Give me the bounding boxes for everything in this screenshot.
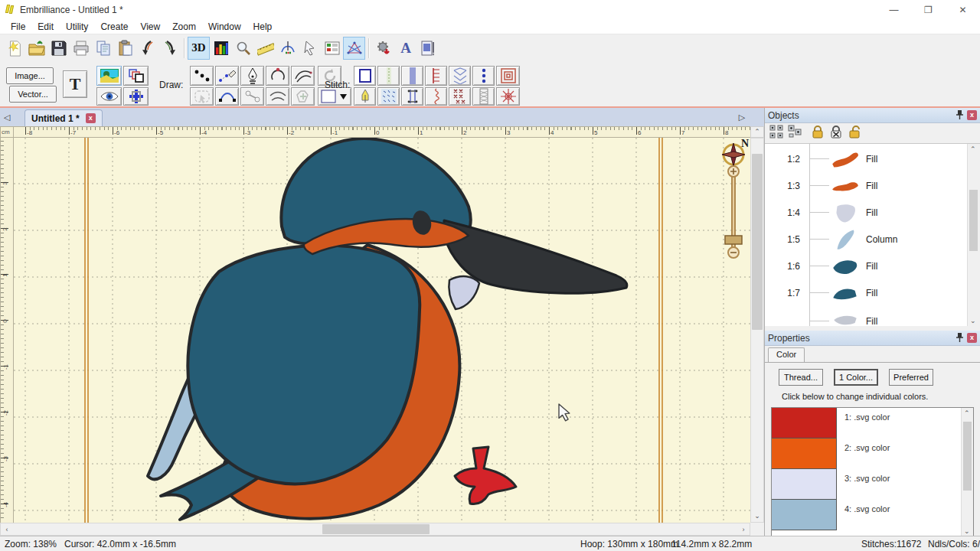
ungroup-objects-icon[interactable] <box>788 125 802 142</box>
color-row-3[interactable]: 3: .svg color <box>772 469 961 500</box>
one-color-button[interactable]: 1 Color... <box>834 369 878 386</box>
stitch-snowflake-tool[interactable] <box>496 87 520 106</box>
copy-button[interactable] <box>92 37 114 60</box>
stitch-cross-stitch-tool[interactable] <box>449 87 471 106</box>
pin-icon[interactable] <box>956 109 963 122</box>
object-properties-button[interactable] <box>321 37 343 60</box>
paste-button[interactable] <box>114 37 136 60</box>
text-tool-button[interactable]: T <box>63 70 87 98</box>
object-row-1-3[interactable]: 1:3 Fill <box>765 172 967 199</box>
stitch-blanket-tool[interactable] <box>425 66 447 86</box>
visibility-eye-button[interactable] <box>96 87 122 106</box>
draw-circle-tool[interactable] <box>266 66 289 86</box>
select-pointer-button[interactable] <box>299 37 321 60</box>
menu-view[interactable]: View <box>134 20 166 34</box>
menu-file[interactable]: File <box>5 20 31 34</box>
unlock-icon[interactable] <box>848 126 863 142</box>
vector-button[interactable]: Vector... <box>9 86 57 103</box>
zoom-slider-thumb[interactable] <box>725 236 742 244</box>
objects-scroll-up[interactable]: ⌃ <box>970 145 976 153</box>
stitch-echo-tool[interactable] <box>496 66 520 86</box>
color-list-scrollbar[interactable]: ⌃ ⌄ <box>961 408 973 536</box>
lock-x-icon[interactable] <box>829 126 843 142</box>
stitch-applique-tool[interactable] <box>354 87 376 106</box>
stitch-satin-column-tool[interactable] <box>401 66 423 86</box>
canvas-scroll-up-arrow[interactable]: ⌃ <box>750 126 764 138</box>
menu-zoom[interactable]: Zoom <box>166 20 202 34</box>
canvas-scroll-left-arrow[interactable]: ‹ <box>1 523 13 536</box>
stitch-stipple-tool[interactable] <box>377 87 400 106</box>
zoom-tool-button[interactable] <box>232 37 254 60</box>
undo-button[interactable] <box>136 37 158 60</box>
menu-help[interactable]: Help <box>247 20 279 34</box>
settings-gear-button[interactable] <box>372 37 394 60</box>
draw-pen-tool[interactable] <box>240 66 264 86</box>
design-window-button[interactable] <box>343 37 365 60</box>
colors-scroll-up[interactable]: ⌃ <box>964 409 970 417</box>
overlap-objects-button[interactable] <box>123 66 149 86</box>
stitch-lattice-fill-tool[interactable] <box>449 66 471 86</box>
canvas-scroll-down-arrow[interactable]: ⌄ <box>751 510 763 522</box>
stitch-simulator-button[interactable] <box>276 37 299 60</box>
close-button[interactable]: ✕ <box>946 0 980 19</box>
3d-view-toggle[interactable]: 3D <box>188 37 210 60</box>
group-objects-icon[interactable] <box>769 125 783 142</box>
objects-scrollbar[interactable]: ⌃ ⌄ <box>967 144 980 326</box>
objects-scroll-thumb[interactable] <box>969 190 978 251</box>
measure-button[interactable] <box>254 37 276 60</box>
properties-close-icon[interactable]: x <box>967 333 977 343</box>
menu-window[interactable]: Window <box>202 20 247 34</box>
canvas-zoom-slider[interactable] <box>725 166 742 258</box>
object-row-1-8[interactable]: 1:8 Fill <box>765 308 967 326</box>
tab-color[interactable]: Color <box>768 347 805 362</box>
objects-scroll-down[interactable]: ⌄ <box>970 317 976 324</box>
bezier-arc-tool[interactable] <box>215 87 239 106</box>
canvas-horizontal-scrollbar[interactable]: ‹ › <box>0 523 750 536</box>
stitch-squiggle-tool[interactable] <box>425 87 447 106</box>
draw-freehand-tool[interactable] <box>291 66 315 86</box>
design-canvas[interactable]: N <box>14 138 750 523</box>
color-row-1[interactable]: 1: .svg color <box>772 408 961 439</box>
tab-close-icon[interactable]: x <box>86 113 96 123</box>
lock-icon[interactable] <box>811 126 825 142</box>
object-row-1-7[interactable]: 1:7 Fill <box>765 279 967 306</box>
color-swatch-4[interactable] <box>772 500 837 530</box>
object-row-1-4[interactable]: 1:4 Fill <box>765 199 967 226</box>
tab-untitled-1[interactable]: Untitled 1 * x <box>24 109 103 126</box>
open-button[interactable] <box>25 37 47 60</box>
canvas-vertical-scrollbar[interactable]: ⌄ <box>750 138 764 523</box>
tab-prev-arrow[interactable]: ◁ <box>0 112 14 122</box>
color-swatch-3[interactable] <box>772 469 837 500</box>
split-line-tool[interactable] <box>240 87 264 106</box>
h-scroll-thumb[interactable] <box>322 524 430 534</box>
menu-create[interactable]: Create <box>94 20 134 34</box>
preferred-button[interactable]: Preferred <box>889 369 933 386</box>
stitch-bean-tool[interactable] <box>472 66 495 86</box>
notes-button[interactable] <box>416 37 439 60</box>
curve-pair-tool[interactable] <box>266 87 289 106</box>
draw-points-tool[interactable] <box>190 66 214 86</box>
lasso-select-tool[interactable] <box>190 87 214 106</box>
minimize-button[interactable]: — <box>877 0 911 19</box>
stitch-outline-tool[interactable] <box>354 66 376 86</box>
color-chart-button[interactable] <box>210 37 232 60</box>
image-button[interactable]: Image... <box>6 67 54 84</box>
stitch-crosstie-tool[interactable] <box>401 87 423 106</box>
object-row-1-5[interactable]: 1:5 Column <box>765 226 967 253</box>
show-image-toggle[interactable] <box>96 66 122 86</box>
color-row-2[interactable]: 2: .svg color <box>772 439 961 469</box>
draw-line-tool[interactable] <box>215 66 239 86</box>
stitch-mesh-tool[interactable] <box>472 87 495 106</box>
restore-button[interactable]: ❐ <box>911 0 946 19</box>
menu-utility[interactable]: Utility <box>60 20 94 34</box>
thread-button[interactable]: Thread... <box>779 369 823 386</box>
kingfisher-design[interactable] <box>148 139 627 520</box>
canvas-scroll-right-arrow[interactable]: › <box>737 523 750 536</box>
pin-icon[interactable] <box>956 331 963 345</box>
colors-scroll-down[interactable]: ⌄ <box>964 527 970 535</box>
object-row-1-2[interactable]: 1:2 Fill <box>765 145 967 172</box>
color-row-4[interactable]: 4: .svg color <box>772 500 961 530</box>
new-button[interactable] <box>3 37 25 60</box>
move-center-button[interactable] <box>123 87 149 106</box>
objects-close-icon[interactable]: x <box>967 110 977 120</box>
